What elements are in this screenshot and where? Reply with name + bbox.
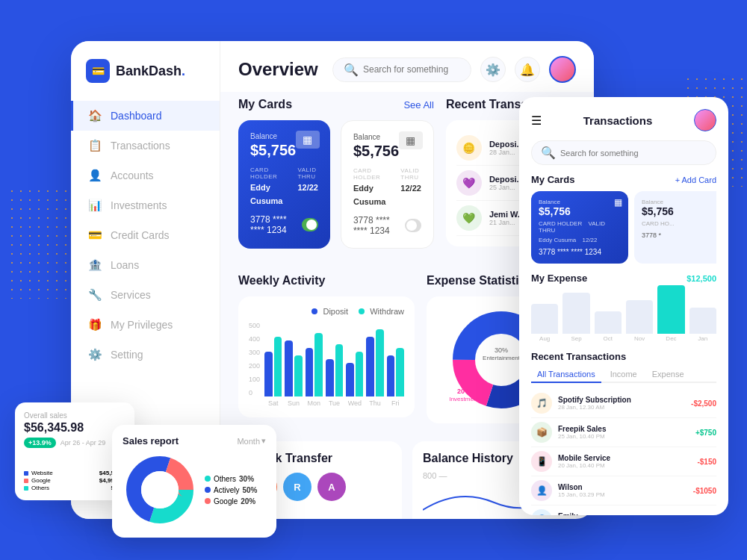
rp-trans-info-2: Freepik Sales 25 Jan, 10.40 PM xyxy=(558,425,689,440)
card-valid-2: VALID THRU 12/22 xyxy=(400,167,421,208)
chart-bars xyxy=(264,322,404,396)
x-label-mon: Mon xyxy=(306,399,323,407)
overall-sales-mini-chart: Website $45,50.2 Google $4,990.0 Others … xyxy=(24,454,125,491)
weekly-activity-chart: Diposit Withdraw 500 400 300 xyxy=(238,296,415,417)
expense-bar-dec-label: Dec xyxy=(666,335,676,342)
sidebar-item-accounts[interactable]: 👤 Accounts xyxy=(71,161,220,190)
services-icon: 🔧 xyxy=(88,288,102,302)
my-expense-title: My Expense xyxy=(531,273,587,284)
rp-bank-card-1: Balance $5,756 CARD HOLDER VALID THRU Ed… xyxy=(531,191,628,264)
bar-group-mon xyxy=(306,333,323,396)
card-number-2: 3778 **** **** 1234 xyxy=(353,215,405,236)
rp-tabs: All Transactions Income Expense xyxy=(531,367,716,383)
overall-sales-badge: +13.9% xyxy=(24,438,56,448)
avatar[interactable] xyxy=(549,56,576,83)
expense-bar-aug-bar xyxy=(531,304,558,334)
card-holder-name-1: Eddy Cusuma xyxy=(250,183,282,205)
sidebar-item-services[interactable]: 🔧 Services xyxy=(71,280,220,310)
sales-report-period-label: Month xyxy=(237,437,260,446)
sales-legend-google-value: 20% xyxy=(241,497,255,505)
avatar-3[interactable]: A xyxy=(317,473,346,501)
rp-title: Transactions xyxy=(583,114,653,127)
rp-card-holder-label: CARD HOLDER xyxy=(539,220,582,227)
sales-report-title: Sales report xyxy=(123,435,179,447)
rp-trans-amount-4: -$1050 xyxy=(693,487,716,495)
logo: 💳 BankDash. xyxy=(71,59,220,101)
accounts-icon: 👤 xyxy=(88,169,102,182)
settings-button[interactable]: ⚙️ xyxy=(480,57,506,82)
topbar: Overview 🔍 ⚙️ 🔔 xyxy=(220,41,594,92)
sales-legend-others-label: Others xyxy=(214,475,236,483)
sales-legend-actively-value: 50% xyxy=(242,486,257,494)
see-all-button[interactable]: See All xyxy=(403,99,433,111)
donut-label-20: 20% xyxy=(457,388,471,395)
rp-tab-all[interactable]: All Transactions xyxy=(531,367,601,383)
sidebar-item-investments[interactable]: 📊 Investments xyxy=(71,190,220,220)
transaction-icon-2: 💜 xyxy=(456,170,482,196)
sidebar-item-privileges[interactable]: 🎁 My Privileges xyxy=(71,310,220,340)
rp-my-cards: My Cards + Add Card Balance $5,756 CARD … xyxy=(531,174,716,264)
sidebar-item-dashboard[interactable]: 🏠 Dashboard xyxy=(71,101,220,131)
card-holder-1: CARD HOLDER Eddy Cusuma xyxy=(250,167,282,207)
rp-tab-income[interactable]: Income xyxy=(604,367,643,382)
sales-donut-center xyxy=(141,471,179,508)
card-valid-date-2: 12/22 xyxy=(400,184,421,193)
transaction-icon-1: 🪙 xyxy=(456,135,482,161)
y-label-0: 0 xyxy=(249,389,260,396)
search-input[interactable] xyxy=(363,64,460,75)
weekly-activity-title: Weekly Activity xyxy=(238,274,326,287)
card-info-row-1: CARD HOLDER Eddy Cusuma VALID THRU 12/22 xyxy=(250,167,318,207)
rp-search-input[interactable] xyxy=(560,149,707,158)
deposit-legend: Diposit xyxy=(311,307,348,316)
sales-legend-google: Google 20% xyxy=(205,497,257,505)
card-toggle-2[interactable] xyxy=(405,219,421,232)
rp-recent-transactions-title: Recent Transactions xyxy=(531,351,716,362)
expense-bar-sep: Sep xyxy=(562,293,589,342)
sidebar-item-transactions[interactable]: 📋 Transactions xyxy=(71,131,220,161)
expense-bar-oct-label: Oct xyxy=(604,335,613,342)
sales-report-card: Sales report Month ▾ Others 30% Actively… xyxy=(112,425,276,538)
expense-bar-chart: Aug Sep Oct Nov Dec Jan xyxy=(531,290,716,342)
sidebar-label-setting: Setting xyxy=(111,349,143,361)
expense-bar-aug: Aug xyxy=(531,304,558,342)
sidebar-item-credit-cards[interactable]: 💳 Credit Cards xyxy=(71,220,220,250)
sidebar-label-credit-cards: Credit Cards xyxy=(111,229,170,241)
sales-legend-google-label: Google xyxy=(214,497,238,505)
bank-card-light: ▦ Balance $5,756 CARD HOLDER Eddy Cusuma… xyxy=(341,120,434,249)
card-toggle-1[interactable] xyxy=(302,218,318,231)
rp-cards-scroll: Balance $5,756 CARD HOLDER VALID THRU Ed… xyxy=(531,191,716,264)
rp-card-holder-name: Eddy Cusuma 12/22 xyxy=(539,237,621,243)
bar-thu-deposit xyxy=(366,337,374,396)
bar-group-fri xyxy=(387,348,404,396)
bars-area: Sat Sun Mon Tue Wed Thu Fri xyxy=(264,322,404,407)
avatar-2[interactable]: R xyxy=(283,473,311,501)
investments-icon: 📊 xyxy=(88,199,102,212)
rp-hamburger-icon[interactable]: ☰ xyxy=(531,113,542,128)
rp-add-card-button[interactable]: + Add Card xyxy=(675,175,716,184)
legend-website-label: Website xyxy=(31,470,53,476)
chevron-down-icon: ▾ xyxy=(261,436,266,446)
y-label-500: 500 xyxy=(249,322,260,329)
card-valid-date-1: 12/22 xyxy=(297,183,318,192)
card-info-row-2: CARD HOLDER Eddy Cusuma VALID THRU 12/22 xyxy=(353,167,421,208)
sales-report-period[interactable]: Month ▾ xyxy=(237,436,266,446)
bar-wed-withdraw xyxy=(356,352,364,396)
overall-sales-amount: $56,345.98 xyxy=(24,421,125,435)
my-expense-section: My Expense $12,500 Aug Sep Oct Nov D xyxy=(531,273,716,342)
sidebar-label-transactions: Transactions xyxy=(111,140,170,152)
search-bar[interactable]: 🔍 xyxy=(332,57,471,82)
rp-search[interactable]: 🔍 xyxy=(531,140,716,165)
card-valid-1: VALID THRU 12/22 xyxy=(297,167,318,207)
rp-card-holder: Eddy Cusuma xyxy=(539,237,576,243)
weekly-activity-section: Weekly Activity Diposit Withdraw xyxy=(238,268,415,434)
sidebar-item-setting[interactable]: ⚙️ Setting xyxy=(71,340,220,370)
rp-avatar[interactable] xyxy=(694,109,716,131)
rp-tab-expense[interactable]: Expense xyxy=(646,367,690,382)
y-label-400: 400 xyxy=(249,335,260,343)
bar-group-thu xyxy=(366,329,383,396)
rp-my-cards-title: My Cards xyxy=(531,174,575,185)
rp-trans-info-3: Mobile Service 20 Jan, 10.40 PM xyxy=(558,454,691,469)
sidebar-label-investments: Investments xyxy=(111,199,167,211)
notifications-button[interactable]: 🔔 xyxy=(515,57,540,82)
sidebar-item-loans[interactable]: 🏦 Loans xyxy=(71,250,220,280)
